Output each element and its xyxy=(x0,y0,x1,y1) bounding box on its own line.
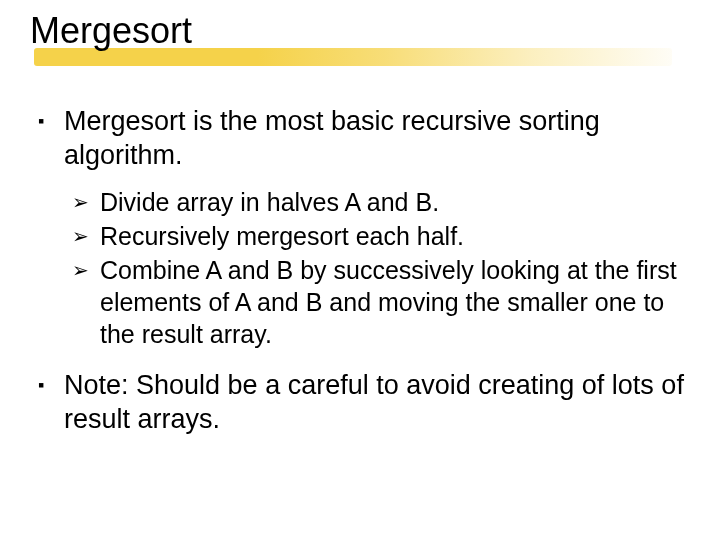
bullet-level2: ➢ Combine A and B by successively lookin… xyxy=(72,254,690,350)
bullet-text: Combine A and B by successively looking … xyxy=(100,254,690,350)
bullet-text: Recursively mergesort each half. xyxy=(100,220,464,252)
bullet-level1: ▪ Mergesort is the most basic recursive … xyxy=(38,104,690,172)
bullet-level2: ➢ Divide array in halves A and B. xyxy=(72,186,690,218)
arrow-bullet-icon: ➢ xyxy=(72,220,100,252)
bullet-level1: ▪ Note: Should be a careful to avoid cre… xyxy=(38,368,690,436)
square-bullet-icon: ▪ xyxy=(38,368,64,436)
square-bullet-icon: ▪ xyxy=(38,104,64,172)
slide-title: Mergesort xyxy=(30,10,690,52)
title-region: Mergesort xyxy=(30,10,690,52)
bullet-level2: ➢ Recursively mergesort each half. xyxy=(72,220,690,252)
bullet-text: Mergesort is the most basic recursive so… xyxy=(64,104,690,172)
bullet-text: Divide array in halves A and B. xyxy=(100,186,439,218)
slide-body: ▪ Mergesort is the most basic recursive … xyxy=(30,104,690,436)
arrow-bullet-icon: ➢ xyxy=(72,254,100,350)
bullet-text: Note: Should be a careful to avoid creat… xyxy=(64,368,690,436)
arrow-bullet-icon: ➢ xyxy=(72,186,100,218)
